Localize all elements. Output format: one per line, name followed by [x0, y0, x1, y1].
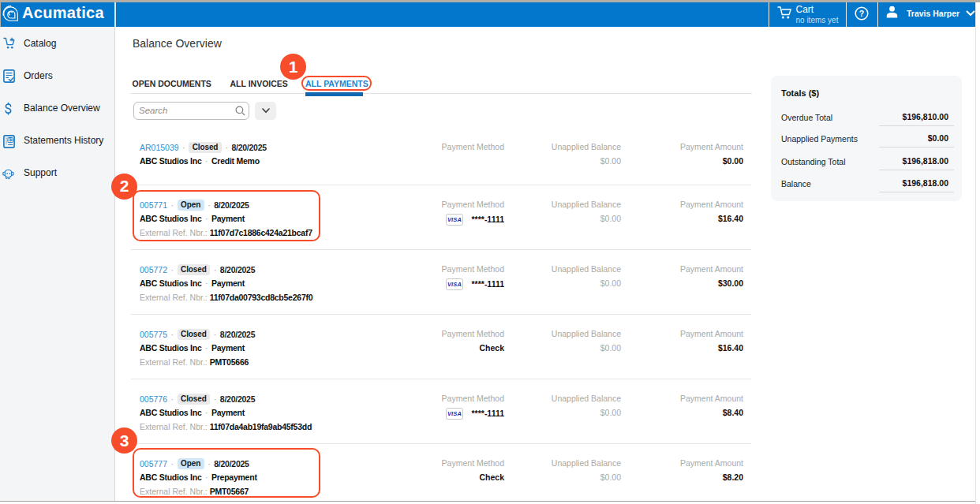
svg-text:?: ?: [859, 9, 864, 18]
svg-text:$: $: [9, 136, 12, 143]
